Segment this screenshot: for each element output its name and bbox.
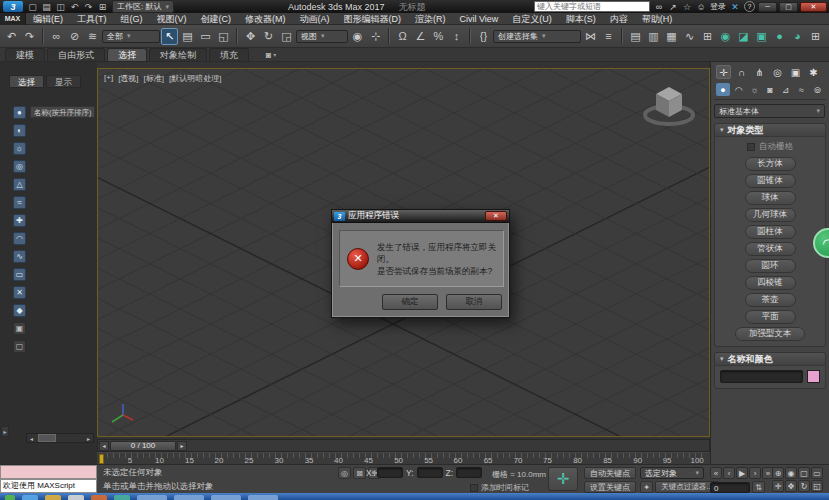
close-button[interactable]: ✕ — [800, 2, 827, 12]
ribbon-camera-icon[interactable]: ◙ — [259, 48, 283, 61]
layer-explorer-icon[interactable]: ▥ — [645, 28, 662, 45]
play-button[interactable]: ▶ — [736, 467, 748, 479]
snap-toggle-icon[interactable]: Ω — [394, 28, 411, 45]
filter-hidden-icon[interactable]: ▢ — [13, 340, 26, 353]
viewport-label-segment[interactable]: [标准] — [144, 73, 164, 84]
next-frame-button[interactable]: › — [749, 467, 761, 479]
x-coordinate-field[interactable] — [377, 467, 403, 478]
maximize-viewport-icon[interactable]: ◱ — [811, 480, 823, 492]
menu-item[interactable]: 视图(V) — [150, 13, 194, 25]
ribbon-tab-selection[interactable]: 选择 — [107, 48, 147, 61]
ribbon-tab-freeform[interactable]: 自由形式 — [47, 48, 105, 61]
save-icon[interactable]: ◫ — [54, 1, 67, 12]
curve-editor-icon[interactable]: ∿ — [681, 28, 698, 45]
filter-spacewarps-icon[interactable]: ≈ — [13, 196, 26, 209]
auto-key-button[interactable]: 自动关键点 — [584, 467, 636, 479]
menu-item[interactable]: 创建(C) — [194, 13, 239, 25]
grid-pair-icon[interactable]: ⊞ — [807, 28, 824, 45]
track-bar[interactable]: 5101520253035404550556065707580859095100 — [97, 452, 710, 464]
bind-spacewarp-icon[interactable]: ≋ — [84, 28, 101, 45]
filter-frozen-icon[interactable]: ▣ — [13, 322, 26, 335]
primitive-type-dropdown[interactable]: 标准基本体 — [714, 104, 825, 118]
time-slider-thumb[interactable]: 0 / 100 — [110, 441, 176, 451]
open-file-icon[interactable]: ▤ — [40, 1, 53, 12]
set-key-button[interactable]: 设置关键点 — [584, 481, 636, 493]
menu-item[interactable]: 帮助(H) — [635, 13, 680, 25]
panel-tab-display[interactable]: ▣ — [788, 65, 803, 79]
time-slider-left-icon[interactable]: ◂ — [99, 441, 109, 451]
button-pyramid[interactable]: 四棱锥 — [745, 276, 796, 290]
scene-explorer-icon[interactable]: ▤ — [627, 28, 644, 45]
lock-selection-icon[interactable]: ⊠ — [353, 467, 366, 479]
named-sets-icon[interactable]: {} — [475, 28, 492, 45]
category-cameras-icon[interactable]: ◙ — [763, 83, 777, 96]
taskbar-window[interactable] — [174, 495, 204, 500]
key-mode-icon[interactable]: ✦ — [640, 481, 653, 493]
filter-shapes-icon[interactable]: ◐ — [13, 124, 26, 137]
panel-tab-modify[interactable]: ∩ — [734, 65, 749, 79]
time-slider[interactable]: ◂ 0 / 100 ▸ — [97, 439, 710, 452]
filter-groups-icon[interactable]: ∿ — [13, 250, 26, 263]
go-to-start-button[interactable]: « — [710, 467, 722, 479]
category-geometry-icon[interactable]: ● — [716, 83, 730, 96]
isolate-selection-icon[interactable]: ◎ — [338, 467, 351, 479]
button-plane[interactable]: 平面 — [745, 310, 796, 324]
category-systems-icon[interactable]: ⊚ — [810, 83, 824, 96]
filter-lights-icon[interactable]: ☼ — [13, 142, 26, 155]
ribbon-tab-object-paint[interactable]: 对象绘制 — [149, 48, 207, 61]
y-coordinate-field[interactable] — [417, 467, 443, 478]
button-cylinder[interactable]: 圆柱体 — [745, 225, 796, 239]
angle-snap-icon[interactable]: ∠ — [412, 28, 429, 45]
explorer-tab-display[interactable]: 显示 — [46, 75, 81, 88]
menu-item[interactable]: Civil View — [453, 13, 506, 25]
render-iterative-icon[interactable]: ◕ — [789, 28, 806, 45]
minimize-button[interactable]: ─ — [758, 2, 777, 12]
taskbar-icon[interactable] — [114, 495, 130, 500]
select-scale-icon[interactable]: ◲ — [278, 28, 295, 45]
3dsmax-logo-icon[interactable]: 3 — [3, 1, 23, 12]
percent-snap-icon[interactable]: % — [430, 28, 447, 45]
new-file-icon[interactable]: ▢ — [26, 1, 39, 12]
button-box[interactable]: 长方体 — [745, 157, 796, 171]
a360-icon[interactable]: ✕ — [729, 1, 741, 12]
explorer-name-column-header[interactable]: 名称(按升序排序) — [30, 106, 95, 118]
select-move-icon[interactable]: ✥ — [242, 28, 259, 45]
object-name-field[interactable] — [720, 370, 803, 383]
zoom-all-icon[interactable]: ◉ — [785, 467, 797, 479]
dialog-titlebar[interactable]: 3 应用程序错误 ✕ — [332, 210, 509, 223]
share-icon[interactable]: ↗ — [667, 1, 679, 12]
align-icon[interactable]: ≡ — [600, 28, 617, 45]
button-cone[interactable]: 圆锥体 — [745, 174, 796, 188]
frame-marker[interactable] — [99, 454, 104, 464]
button-geosphere[interactable]: 几何球体 — [745, 208, 796, 222]
taskbar-window[interactable] — [211, 495, 241, 500]
checkbox-icon[interactable] — [747, 143, 755, 151]
render-production-icon[interactable]: ● — [771, 28, 788, 45]
time-slider-right-icon[interactable]: ▸ — [177, 441, 187, 451]
frame-spinner-icon[interactable]: ⇅ — [752, 481, 765, 493]
category-shapes-icon[interactable]: ◠ — [732, 83, 746, 96]
taskbar-icon[interactable] — [45, 495, 61, 500]
walk-through-icon[interactable]: ✥ — [785, 480, 797, 492]
menu-item[interactable]: 自定义(U) — [505, 13, 559, 25]
filter-xrefs-icon[interactable]: ▭ — [13, 268, 26, 281]
search-input[interactable] — [534, 1, 650, 12]
viewport-label-segment[interactable]: [默认明暗处理] — [169, 73, 221, 84]
category-lights-icon[interactable]: ☼ — [747, 83, 761, 96]
application-menu-button[interactable]: MAX — [0, 13, 26, 25]
help-icon[interactable]: ? — [744, 1, 755, 12]
object-color-swatch[interactable] — [807, 370, 820, 383]
spinner-snap-icon[interactable]: ↕ — [448, 28, 465, 45]
taskbar-icon[interactable] — [91, 495, 107, 500]
selection-filter-dropdown[interactable]: 全部 — [102, 30, 160, 43]
filter-containers-icon[interactable]: ◠ — [13, 232, 26, 245]
redo-icon[interactable]: ↷ — [82, 1, 95, 12]
panel-tab-motion[interactable]: ◎ — [770, 65, 785, 79]
filter-helpers-icon[interactable]: △ — [13, 178, 26, 191]
button-torus[interactable]: 圆环 — [745, 259, 796, 273]
panel-tab-hierarchy[interactable]: ⋔ — [752, 65, 767, 79]
window-crossing-icon[interactable]: ◱ — [215, 28, 232, 45]
taskbar-start-orb[interactable] — [5, 495, 15, 500]
material-editor-icon[interactable]: ◉ — [717, 28, 734, 45]
taskbar-window[interactable] — [248, 495, 278, 500]
